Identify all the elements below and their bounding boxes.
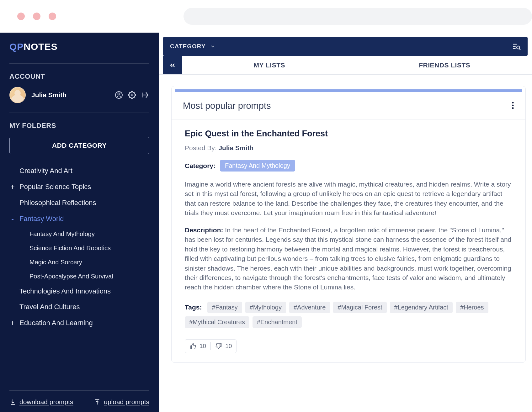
avatar[interactable]: [9, 87, 26, 103]
folder-item[interactable]: Philosophical Reflections: [9, 195, 149, 211]
logo: QPNOTES: [9, 41, 149, 64]
kebab-icon: [512, 101, 514, 109]
collapse-sidebar-button[interactable]: [163, 56, 182, 74]
content-area: Most popular prompts Epic Quest in the E…: [159, 75, 532, 363]
vote-row: 10 10: [185, 339, 237, 353]
folder-item[interactable]: +Popular Science Topics: [9, 179, 149, 195]
tag-pill[interactable]: #Mythical Creatures: [185, 316, 249, 328]
card-accent-stripe: [175, 89, 522, 92]
folder-item[interactable]: Travel And Cultures: [9, 299, 149, 315]
download-prompts-link[interactable]: download prompts: [9, 398, 73, 406]
logout-icon[interactable]: [141, 91, 149, 99]
chevron-down-icon: [210, 44, 215, 49]
svg-point-3: [517, 46, 519, 49]
sub-folder-item[interactable]: Magic And Sorcery: [29, 255, 149, 269]
profile-icon[interactable]: [115, 91, 123, 99]
main-area: CATEGORY MY LISTS FRIENDS LISTS Most pop…: [159, 33, 532, 412]
tags-row: Tags: #Fantasy #Mythology #Adventure #Ma…: [185, 302, 512, 328]
tags-label: Tags:: [185, 304, 202, 311]
tag-pill[interactable]: #Mythology: [245, 302, 286, 313]
add-category-button[interactable]: ADD CATEGORY: [9, 137, 149, 154]
prompt-description: Description: In the heart of the Enchant…: [185, 225, 512, 292]
sidebar: QPNOTES ACCOUNT Julia Smith MY FOLDERS A…: [0, 33, 159, 412]
gear-icon[interactable]: [128, 91, 136, 99]
tag-pill[interactable]: #Enchantment: [253, 316, 302, 328]
user-row: Julia Smith: [9, 87, 149, 113]
card-body: Epic Quest in the Enchanted Forest Poste…: [172, 119, 525, 362]
downvote-button[interactable]: 10: [215, 343, 232, 350]
thumbs-up-icon: [189, 343, 196, 350]
svg-point-6: [512, 107, 513, 109]
folders-label: MY FOLDERS: [9, 122, 149, 130]
category-row: Category: Fantasy And Mythology: [185, 160, 512, 172]
account-label: ACCOUNT: [9, 72, 149, 81]
prompt-card: Most popular prompts Epic Quest in the E…: [171, 86, 526, 363]
posted-by: Posted By: Julia Smith: [185, 144, 512, 152]
svg-point-4: [512, 102, 513, 103]
tag-pill[interactable]: #Fantasy: [207, 302, 242, 313]
svg-point-2: [131, 94, 133, 96]
browser-dot: [17, 13, 25, 20]
folder-item-active[interactable]: -Fantasy World: [9, 211, 149, 227]
tag-pill[interactable]: #Adventure: [289, 302, 330, 313]
download-icon: [9, 399, 16, 405]
search-button[interactable]: [223, 42, 521, 51]
vote-divider: [210, 342, 211, 350]
user-name: Julia Smith: [31, 91, 109, 99]
folder-item[interactable]: Creativity And Art: [9, 163, 149, 179]
svg-point-1: [118, 93, 120, 95]
browser-url-bar[interactable]: [184, 8, 532, 25]
sub-folder-list: Fantasy And Mythology Science Fiction An…: [9, 227, 149, 283]
sub-folder-item[interactable]: Science Fiction And Robotics: [29, 241, 149, 255]
tag-pill[interactable]: #Legendary Artifact: [390, 302, 453, 313]
tag-pill[interactable]: #Magical Forest: [333, 302, 386, 313]
prompt-body: Imagine a world where ancient forests ar…: [185, 180, 512, 218]
tabs-row: MY LISTS FRIENDS LISTS: [159, 56, 532, 75]
browser-chrome: [0, 0, 532, 33]
top-bar: CATEGORY: [163, 37, 528, 56]
category-label: Category:: [185, 162, 215, 170]
sidebar-footer: download prompts upload prompts: [9, 390, 149, 406]
folder-list: Creativity And Art +Popular Science Topi…: [9, 163, 149, 390]
thumbs-down-icon: [215, 343, 222, 350]
category-dropdown[interactable]: CATEGORY: [170, 43, 223, 50]
upload-icon: [94, 399, 101, 405]
tag-pill[interactable]: #Heroes: [456, 302, 488, 313]
svg-point-5: [512, 104, 513, 106]
folder-item[interactable]: Technologies And Innovations: [9, 283, 149, 299]
category-pill[interactable]: Fantasy And Mythology: [220, 160, 295, 172]
sub-folder-item[interactable]: Post-Apocalypse And Survival: [29, 269, 149, 283]
browser-dot: [33, 13, 40, 20]
sub-folder-item[interactable]: Fantasy And Mythology: [29, 227, 149, 241]
folder-item[interactable]: +Education And Learning: [9, 315, 149, 331]
browser-dot: [49, 13, 56, 20]
card-menu-button[interactable]: [512, 101, 514, 111]
card-title: Most popular prompts: [183, 101, 271, 111]
tab-my-lists[interactable]: MY LISTS: [182, 56, 357, 74]
tab-friends-lists[interactable]: FRIENDS LISTS: [357, 56, 532, 74]
search-list-icon: [512, 42, 521, 51]
upvote-button[interactable]: 10: [189, 343, 206, 350]
upload-prompts-link[interactable]: upload prompts: [94, 398, 149, 406]
prompt-title: Epic Quest in the Enchanted Forest: [185, 129, 512, 139]
chevron-double-left-icon: [169, 61, 176, 69]
card-header: Most popular prompts: [172, 92, 525, 119]
